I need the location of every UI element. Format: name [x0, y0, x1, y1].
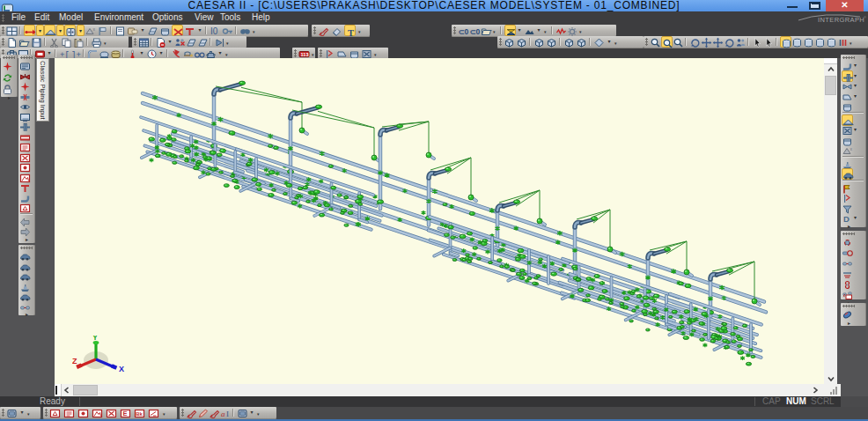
svg-text:Y: Y	[92, 336, 98, 342]
svg-text:X: X	[119, 365, 124, 373]
svg-text:INTERGRAPH: INTERGRAPH	[818, 16, 864, 24]
svg-text:Z: Z	[72, 357, 77, 366]
svg-text:®: ®	[864, 15, 866, 19]
